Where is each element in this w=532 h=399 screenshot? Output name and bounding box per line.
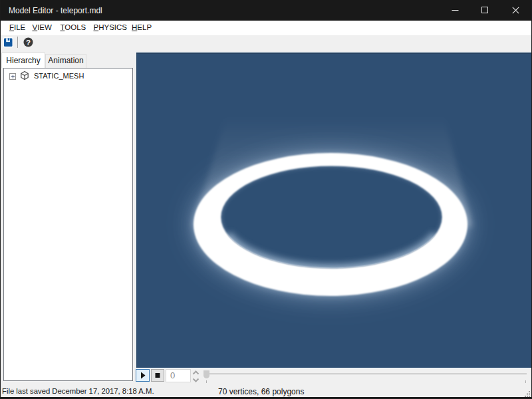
svg-text:?: ?	[26, 39, 31, 47]
